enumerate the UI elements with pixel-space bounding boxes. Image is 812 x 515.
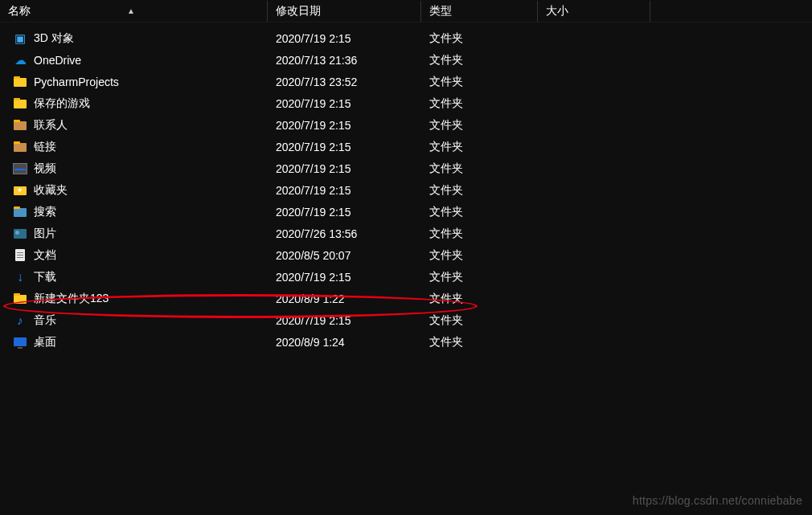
file-type: 文件夹: [429, 75, 463, 88]
column-header-date[interactable]: 修改日期: [268, 1, 421, 22]
file-row[interactable]: PycharmProjects2020/7/13 23:52文件夹: [0, 71, 812, 92]
file-date: 2020/8/9 1:24: [276, 336, 345, 349]
file-row[interactable]: ♪音乐2020/7/19 2:15文件夹: [0, 309, 812, 331]
sort-ascending-icon: ▲: [127, 6, 135, 15]
3d-objects-icon: ▣: [13, 31, 27, 46]
file-name: 3D 对象: [34, 31, 74, 46]
column-header-type[interactable]: 类型: [421, 1, 538, 22]
desktop-icon: [13, 335, 27, 349]
search-folder-icon: [13, 205, 27, 219]
file-type: 文件夹: [429, 53, 463, 66]
file-row[interactable]: 视频2020/7/19 2:15文件夹: [0, 157, 812, 179]
file-row[interactable]: ▣3D 对象2020/7/19 2:15文件夹: [0, 27, 812, 49]
links-icon: [13, 140, 27, 154]
file-row[interactable]: ☁OneDrive2020/7/13 21:36文件夹: [0, 49, 812, 71]
file-name: 下载: [34, 270, 56, 284]
file-row[interactable]: ↓下载2020/7/19 2:15文件夹: [0, 266, 812, 288]
file-type: 文件夹: [429, 161, 463, 174]
file-type: 文件夹: [429, 270, 463, 283]
file-date: 2020/7/19 2:15: [276, 32, 351, 45]
file-date: 2020/7/19 2:15: [276, 97, 351, 110]
file-name: OneDrive: [34, 54, 81, 67]
file-type: 文件夹: [429, 31, 463, 44]
file-type: 文件夹: [429, 248, 463, 261]
onedrive-icon: ☁: [13, 53, 27, 67]
file-name: 保存的游戏: [34, 96, 90, 111]
file-list: ▣3D 对象2020/7/19 2:15文件夹☁OneDrive2020/7/1…: [0, 22, 812, 353]
file-row[interactable]: 新建文件夹1232020/8/9 1:22文件夹: [0, 288, 812, 309]
file-row[interactable]: 链接2020/7/19 2:15文件夹: [0, 136, 812, 157]
file-name: 桌面: [34, 335, 56, 349]
column-header-row: 名称 ▲ 修改日期 类型 大小: [0, 0, 812, 22]
file-date: 2020/7/19 2:15: [276, 141, 351, 153]
file-row[interactable]: 联系人2020/7/19 2:15文件夹: [0, 114, 812, 136]
folder-icon: [13, 75, 27, 89]
file-date: 2020/7/19 2:15: [276, 119, 351, 132]
file-name: PycharmProjects: [34, 76, 119, 88]
file-name: 收藏夹: [34, 183, 68, 198]
contacts-icon: [13, 118, 27, 133]
file-row[interactable]: 搜索2020/7/19 2:15文件夹: [0, 201, 812, 223]
file-row[interactable]: 桌面2020/8/9 1:24文件夹: [0, 331, 812, 353]
file-date: 2020/8/5 20:07: [276, 249, 351, 262]
file-row[interactable]: 收藏夹2020/7/19 2:15文件夹: [0, 179, 812, 201]
file-name: 音乐: [34, 313, 56, 328]
download-icon: ↓: [13, 270, 27, 284]
file-name: 搜索: [34, 205, 56, 219]
favorites-icon: [13, 183, 27, 198]
file-date: 2020/7/26 13:56: [276, 227, 357, 240]
file-name: 图片: [34, 227, 56, 241]
file-type: 文件夹: [429, 96, 463, 109]
music-icon: ♪: [13, 313, 27, 328]
file-type: 文件夹: [429, 183, 463, 196]
video-icon: [13, 161, 27, 176]
file-name: 新建文件夹123: [34, 292, 109, 306]
file-type: 文件夹: [429, 292, 463, 305]
column-header-name[interactable]: 名称 ▲: [0, 1, 268, 22]
folder-icon: [13, 96, 27, 111]
file-type: 文件夹: [429, 118, 463, 131]
file-row[interactable]: 图片2020/7/26 13:56文件夹: [0, 223, 812, 244]
documents-icon: [13, 248, 27, 263]
column-header-type-label: 类型: [429, 4, 452, 17]
file-date: 2020/7/13 21:36: [276, 54, 357, 67]
file-date: 2020/7/19 2:15: [276, 184, 351, 197]
file-type: 文件夹: [429, 313, 463, 326]
column-header-name-label: 名称: [8, 4, 31, 18]
file-name: 文档: [34, 248, 56, 263]
file-row[interactable]: 文档2020/8/5 20:07文件夹: [0, 244, 812, 266]
file-date: 2020/7/19 2:15: [276, 314, 351, 327]
watermark-text: https://blog.csdn.net/conniebabe: [633, 494, 802, 507]
file-row[interactable]: 保存的游戏2020/7/19 2:15文件夹: [0, 92, 812, 114]
file-date: 2020/8/9 1:22: [276, 292, 345, 305]
file-date: 2020/7/19 2:15: [276, 271, 351, 284]
file-date: 2020/7/19 2:15: [276, 162, 351, 175]
column-header-date-label: 修改日期: [276, 4, 321, 17]
file-date: 2020/7/19 2:15: [276, 206, 351, 219]
file-type: 文件夹: [429, 335, 463, 348]
file-type: 文件夹: [429, 140, 463, 153]
file-date: 2020/7/13 23:52: [276, 76, 357, 88]
column-header-size-label: 大小: [546, 4, 568, 17]
file-name: 联系人: [34, 118, 68, 133]
file-name: 链接: [34, 140, 56, 154]
file-type: 文件夹: [429, 227, 463, 239]
file-type: 文件夹: [429, 205, 463, 218]
pictures-icon: [13, 227, 27, 241]
column-header-size[interactable]: 大小: [538, 1, 650, 22]
folder-icon: [13, 292, 27, 306]
file-name: 视频: [34, 161, 56, 176]
